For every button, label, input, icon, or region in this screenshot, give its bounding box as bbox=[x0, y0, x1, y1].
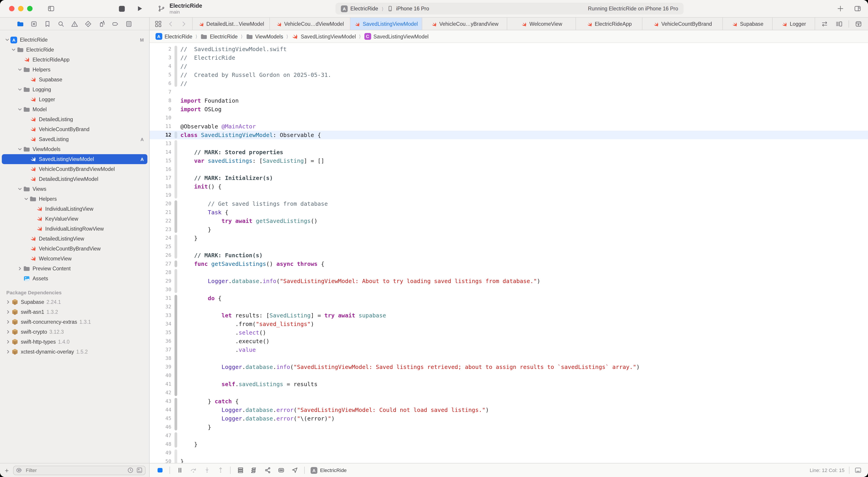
code-line[interactable]: 7 bbox=[150, 88, 868, 96]
code-line[interactable]: 39 Logger.database.info("SavedListingVie… bbox=[150, 363, 868, 371]
sidebar-item-welcomeview[interactable]: WelcomeView bbox=[2, 254, 147, 264]
library-add-button[interactable] bbox=[835, 4, 845, 13]
sidebar-item-model[interactable]: Model bbox=[2, 105, 147, 114]
filter-input[interactable] bbox=[25, 467, 125, 473]
code-line[interactable]: 23 } bbox=[150, 225, 868, 234]
tab-VehicleCoudViewModel[interactable]: VehicleCou…dViewModel bbox=[270, 18, 350, 30]
breadcrumb-item[interactable]: SavedListingViewModel bbox=[301, 34, 356, 39]
tab-VehicleCountByBrand[interactable]: VehicleCountByBrand bbox=[643, 18, 723, 30]
code-line[interactable]: 35 .select() bbox=[150, 328, 868, 337]
sidebar-item-keyvalueview[interactable]: KeyValueView bbox=[2, 214, 147, 224]
tab-Supabase[interactable]: Supabase bbox=[723, 18, 773, 30]
code-line[interactable]: 25 bbox=[150, 242, 868, 251]
code-line[interactable]: 46 } bbox=[150, 423, 868, 431]
sidebar-item-electricrideapp[interactable]: ElectricRideApp bbox=[2, 55, 147, 65]
stop-button[interactable] bbox=[119, 6, 125, 11]
sidebar-item-individuallistingrowview[interactable]: IndividualListingRowView bbox=[2, 224, 147, 234]
sidebar-item-vehiclecountbybrandviewmodel[interactable]: VehicleCountByBrandViewModel bbox=[2, 164, 147, 174]
code-line[interactable]: 20 // Get saved listings from database bbox=[150, 199, 868, 208]
disclosure-closed-icon[interactable] bbox=[5, 320, 11, 324]
code-line[interactable]: 33 let results: [SavedListing] = try awa… bbox=[150, 311, 868, 320]
code-line[interactable]: 48 } bbox=[150, 440, 868, 449]
memory-graph-icon[interactable] bbox=[264, 466, 271, 474]
code-line[interactable]: 37 .value bbox=[150, 346, 868, 354]
sidebar-item-helpers[interactable]: Helpers bbox=[2, 194, 147, 204]
code-line[interactable]: 34 .from("saved_listings") bbox=[150, 320, 868, 328]
swap-editors-icon[interactable] bbox=[819, 19, 830, 29]
editor-options-icon[interactable] bbox=[834, 19, 844, 29]
code-line[interactable]: 43 } catch { bbox=[150, 397, 868, 406]
sidebar-item-preview-content[interactable]: Preview Content bbox=[2, 264, 147, 273]
disclosure-open-icon[interactable] bbox=[4, 37, 10, 42]
breadcrumb-item[interactable]: ViewModels bbox=[255, 34, 283, 39]
minimize-window-button[interactable] bbox=[18, 6, 24, 11]
code-line[interactable]: 18 init() { bbox=[150, 182, 868, 191]
recent-files-icon[interactable] bbox=[127, 467, 134, 474]
code-line[interactable]: 3// ElectricRide bbox=[150, 53, 868, 62]
code-line[interactable]: 8import Foundation bbox=[150, 96, 868, 105]
disclosure-open-icon[interactable] bbox=[17, 87, 23, 92]
code-line[interactable]: 47 bbox=[150, 431, 868, 440]
code-line[interactable]: 29 Logger.database.info("SavedListingVie… bbox=[150, 277, 868, 285]
forward-button[interactable] bbox=[179, 19, 188, 29]
disclosure-open-icon[interactable] bbox=[17, 147, 23, 151]
report-navigator-icon[interactable] bbox=[125, 20, 133, 28]
breadcrumb-item[interactable]: SavedListingViewModel bbox=[373, 34, 429, 39]
test-navigator-icon[interactable] bbox=[84, 20, 92, 28]
tab-Logger[interactable]: Logger bbox=[773, 18, 815, 30]
tab-VehicleCouyBrandView[interactable]: VehicleCou…yBrandView bbox=[422, 18, 507, 30]
code-line[interactable]: 26 // MARK: Function(s) bbox=[150, 251, 868, 260]
bookmark-navigator-icon[interactable] bbox=[43, 20, 51, 28]
package-item-swift-concurrency-extras[interactable]: swift-concurrency-extras1.3.1 bbox=[2, 317, 147, 327]
code-line[interactable]: 45 Logger.database.error("\(error)") bbox=[150, 414, 868, 423]
running-app-indicator[interactable]: A ElectricRide bbox=[311, 467, 346, 474]
code-line[interactable]: 17 // MARK: Initializer(s) bbox=[150, 174, 868, 182]
activity-viewer[interactable]: A ElectricRide ⟩ iPhone 16 Pro Running E… bbox=[336, 3, 684, 14]
code-line[interactable]: 2// SavedListingViewModel.swift bbox=[150, 45, 868, 53]
scheme-selector[interactable]: A ElectricRide ⟩ iPhone 16 Pro bbox=[341, 4, 429, 13]
code-line[interactable]: 5// Created by Russell Gordon on 2025-05… bbox=[150, 70, 868, 79]
tab-WelcomeView[interactable]: WelcomeView bbox=[507, 18, 576, 30]
tab-ElectricRideApp[interactable]: ElectricRideApp bbox=[576, 18, 642, 30]
source-editor[interactable]: 2// SavedListingViewModel.swift3// Elect… bbox=[150, 43, 868, 463]
code-line[interactable]: 16 bbox=[150, 165, 868, 174]
toggle-debug-area-icon[interactable] bbox=[854, 466, 862, 474]
sidebar-item-savedlisting[interactable]: SavedListingA bbox=[2, 134, 147, 144]
code-line[interactable]: 21 Task { bbox=[150, 208, 868, 216]
disclosure-open-icon[interactable] bbox=[17, 187, 23, 191]
close-window-button[interactable] bbox=[9, 6, 14, 11]
toggle-navigator-icon[interactable] bbox=[46, 4, 56, 13]
debug-hierarchy-icon[interactable] bbox=[237, 466, 244, 474]
package-item-supabase[interactable]: Supabase2.24.1 bbox=[2, 297, 147, 307]
breakpoint-navigator-icon[interactable] bbox=[112, 20, 119, 28]
sidebar-item-logging[interactable]: Logging bbox=[2, 85, 147, 94]
run-button[interactable] bbox=[135, 4, 145, 13]
sidebar-item-vehiclecountbybrandview[interactable]: VehicleCountByBrandView bbox=[2, 244, 147, 254]
source-control-navigator-icon[interactable] bbox=[30, 20, 38, 28]
simulate-location-icon[interactable] bbox=[291, 466, 298, 474]
sidebar-item-logger[interactable]: Logger bbox=[2, 94, 147, 105]
package-item-swift-http-types[interactable]: swift-http-types1.4.0 bbox=[2, 337, 147, 347]
code-line[interactable]: 11@Observable @MainActor bbox=[150, 122, 868, 131]
sidebar-item-detailedlisting[interactable]: DetailedListing bbox=[2, 114, 147, 124]
filter-field[interactable] bbox=[13, 466, 146, 475]
source-control-status-icon[interactable] bbox=[136, 467, 143, 474]
code-line[interactable]: 40 bbox=[150, 371, 868, 380]
issue-navigator-icon[interactable] bbox=[71, 20, 79, 28]
code-line[interactable]: 14 // MARK: Stored properties bbox=[150, 148, 868, 156]
add-item-button[interactable]: + bbox=[4, 466, 10, 474]
breadcrumb-item[interactable]: ElectricRide bbox=[210, 34, 238, 39]
disclosure-closed-icon[interactable] bbox=[17, 266, 23, 271]
debug-navigator-icon[interactable] bbox=[98, 20, 105, 28]
sidebar-item-detailedlistingview[interactable]: DetailedListingView bbox=[2, 234, 147, 244]
tab-SavedListingViewModel[interactable]: SavedListingViewModel bbox=[350, 18, 422, 30]
sidebar-item-electricride[interactable]: ElectricRide bbox=[2, 45, 147, 55]
breakpoints-toggle-icon[interactable] bbox=[156, 466, 164, 474]
environment-overrides-icon[interactable] bbox=[277, 466, 285, 474]
code-line[interactable]: 49 bbox=[150, 449, 868, 457]
code-line[interactable]: 15 var savedListings: [SavedListing] = [… bbox=[150, 156, 868, 165]
code-line[interactable]: 50} bbox=[150, 457, 868, 463]
code-line[interactable]: 19 bbox=[150, 191, 868, 199]
code-line[interactable]: 31 do { bbox=[150, 294, 868, 302]
code-line[interactable]: 24 } bbox=[150, 234, 868, 242]
